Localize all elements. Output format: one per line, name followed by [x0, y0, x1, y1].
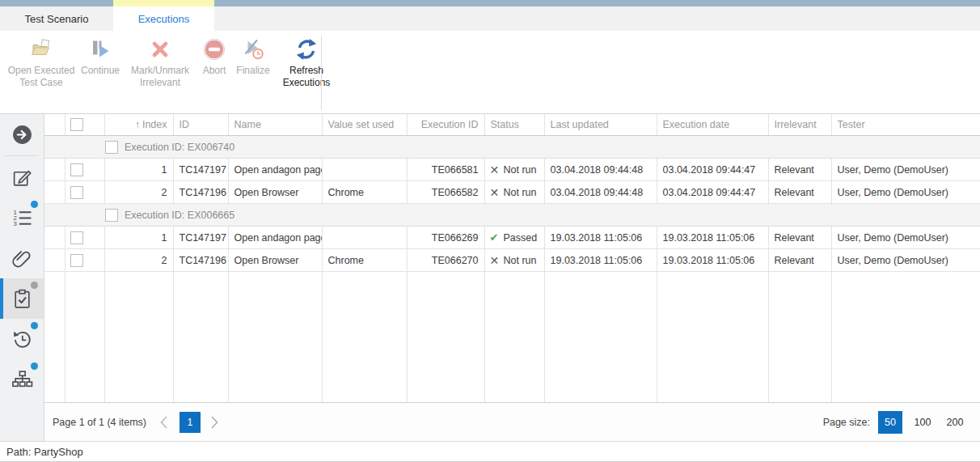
abort-icon: [202, 36, 226, 63]
cell-select: [65, 181, 104, 204]
button-label: Continue: [81, 65, 120, 77]
open-executed-test-case-button[interactable]: Open Executed Test Case: [5, 31, 78, 90]
cell-expand: [44, 227, 65, 249]
page-size-200-button[interactable]: 200: [943, 411, 967, 434]
cell-status: ✕Not run: [484, 249, 544, 272]
group-checkbox[interactable]: [105, 209, 118, 222]
cell-execution-id: TE066270: [407, 249, 484, 272]
open-executed-test-case-icon: [29, 36, 53, 63]
selected-indicator: [0, 278, 3, 319]
cell-execution-date: 19.03.2018 11:05:06: [657, 227, 768, 249]
status-icon: ✕: [490, 163, 504, 176]
sidebar-item-attachments[interactable]: [0, 238, 44, 278]
cell-execution-date: 03.04.2018 09:44:47: [657, 181, 768, 204]
group-checkbox[interactable]: [105, 141, 118, 154]
cell-last-updated: 03.04.2018 09:44:48: [544, 159, 657, 181]
column-header-tester[interactable]: Tester: [831, 114, 980, 136]
column-header-execution-date[interactable]: Execution date: [657, 114, 768, 136]
cell-id: TC147197: [173, 227, 228, 249]
cell-irrelevant: Relevant: [768, 227, 831, 249]
next-page-button[interactable]: [210, 415, 219, 430]
sidebar-divider: [5, 155, 39, 156]
group-row[interactable]: Execution ID: EX006740: [44, 136, 980, 159]
status-bar: Path: PartyShop: [0, 441, 980, 462]
cell-index: 2: [104, 249, 173, 272]
page-size-50-button[interactable]: 50: [878, 411, 902, 434]
edit-icon: [11, 167, 33, 189]
expand-arrow-icon: [11, 124, 33, 146]
numbered-list-icon: 1 2 3: [11, 207, 33, 229]
column-header-value-set[interactable]: Value set used: [322, 114, 407, 136]
cell-select: [65, 249, 104, 272]
select-all-checkbox[interactable]: [70, 118, 83, 131]
cell-expand: [44, 159, 65, 181]
table-row[interactable]: 1 TC147197 Open andagon page TE066581 ✕N…: [44, 159, 980, 181]
button-label: Open Executed Test Case: [5, 65, 78, 90]
group-label: Execution ID: EX006740: [125, 142, 234, 153]
ribbon-separator: [321, 36, 322, 110]
group-row[interactable]: Execution ID: EX006665: [44, 204, 980, 227]
continue-icon: [88, 36, 112, 63]
column-header-index[interactable]: ↑Index: [104, 114, 173, 136]
header-row: ↑Index ID Name Value set used Execution …: [44, 114, 980, 136]
finalize-button[interactable]: Finalize: [231, 31, 275, 77]
cell-name: Open Browser: [228, 249, 322, 272]
column-header-irrelevant[interactable]: Irrelevant: [768, 114, 831, 136]
cell-irrelevant: Relevant: [768, 159, 831, 181]
tab-test-scenario[interactable]: Test Scenario: [0, 6, 113, 31]
cell-select: [65, 227, 104, 249]
button-label: Finalize: [236, 65, 269, 77]
cell-id: TC147197: [173, 159, 228, 181]
column-header-last-updated[interactable]: Last updated: [544, 114, 657, 136]
column-header-select: [65, 114, 104, 136]
column-header-name[interactable]: Name: [228, 114, 322, 136]
abort-button[interactable]: Abort: [197, 31, 231, 77]
active-tab-accent: [113, 0, 214, 6]
mark-unmark-irrelevant-button[interactable]: Mark/Unmark Irrelevant: [123, 31, 197, 90]
column-header-execution-id[interactable]: Execution ID: [407, 114, 484, 136]
history-icon: [11, 328, 33, 350]
cell-tester: User, Demo (DemoUser): [831, 181, 980, 204]
table-row[interactable]: 2 TC147196 Open Browser Chrome TE066270 …: [44, 249, 980, 272]
sidebar-item-history[interactable]: [0, 319, 44, 359]
cell-status: ✕Not run: [484, 181, 544, 204]
page-size-100-button[interactable]: 100: [910, 411, 935, 434]
previous-page-button[interactable]: [159, 415, 168, 430]
tab-bar: Test Scenario Executions: [0, 6, 980, 31]
cell-execution-date: 03.04.2018 09:44:47: [657, 159, 768, 181]
sidebar-item-edit[interactable]: [0, 157, 44, 197]
cell-expand: [44, 181, 65, 204]
page-size-label: Page size:: [823, 417, 870, 428]
cell-index: 1: [104, 159, 173, 181]
sidebar-item-expand[interactable]: [0, 114, 44, 155]
row-checkbox[interactable]: [70, 186, 83, 199]
cell-id: TC147196: [173, 181, 228, 204]
cell-value-set: [322, 227, 407, 249]
sidebar-item-hierarchy[interactable]: [0, 359, 44, 400]
column-header-id[interactable]: ID: [173, 114, 228, 136]
button-label: Abort: [203, 65, 226, 77]
refresh-executions-button[interactable]: Refresh Executions: [278, 31, 335, 90]
column-header-status[interactable]: Status: [484, 114, 544, 136]
pager-summary: Page 1 of 1 (4 items): [53, 417, 146, 428]
cell-name: Open andagon page: [228, 227, 322, 249]
table-row[interactable]: 1 TC147197 Open andagon page TE066269 ✔P…: [44, 227, 980, 249]
row-checkbox[interactable]: [70, 254, 83, 267]
cell-irrelevant: Relevant: [768, 249, 831, 272]
page-number-button[interactable]: 1: [180, 412, 201, 433]
notification-dot: [31, 201, 38, 208]
tab-executions[interactable]: Executions: [113, 6, 214, 31]
sidebar-item-executions[interactable]: [0, 278, 44, 319]
row-checkbox[interactable]: [70, 231, 83, 244]
table-row[interactable]: 2 TC147196 Open Browser Chrome TE066582 …: [44, 181, 980, 204]
button-label: Refresh Executions: [278, 65, 335, 90]
mark-unmark-irrelevant-icon: [148, 36, 172, 63]
row-checkbox[interactable]: [70, 163, 83, 176]
group-label: Execution ID: EX006665: [125, 210, 234, 221]
continue-button[interactable]: Continue: [78, 31, 123, 77]
cell-index: 1: [104, 227, 173, 249]
cell-status: ✔Passed: [484, 227, 544, 249]
cell-last-updated: 19.03.2018 11:05:06: [544, 249, 657, 272]
sidebar-item-numbered-list[interactable]: 1 2 3: [0, 197, 44, 238]
cell-name: Open andagon page: [228, 159, 322, 181]
